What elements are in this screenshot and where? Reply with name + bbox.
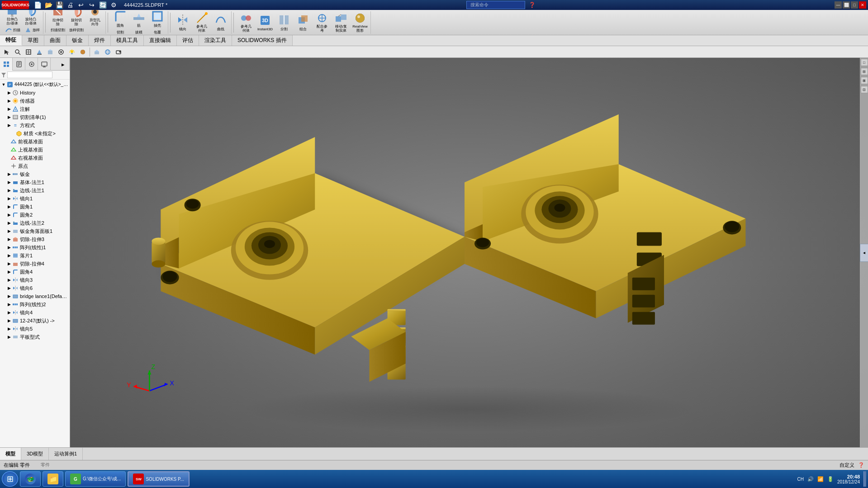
assembly-ref-btn[interactable]: 配合参考 <box>313 13 331 33</box>
linear-pattern1-expand-icon[interactable]: ▶ <box>6 244 12 251</box>
curves-btn[interactable]: 曲线 <box>212 13 230 33</box>
ref-pair-btn[interactable]: 参考几何体 <box>237 13 255 33</box>
tree-item-corner-trim[interactable]: ▶ 钣金角落面板1 <box>0 227 70 235</box>
panel-tab-property[interactable] <box>13 58 25 71</box>
linear-pattern2-expand-icon[interactable]: ▶ <box>6 301 12 308</box>
tab-sketch[interactable]: 草图 <box>22 35 44 46</box>
minimize-btn[interactable]: — <box>835 1 842 9</box>
fillet4-expand-icon[interactable]: ▶ <box>6 269 12 275</box>
wrap-btn[interactable]: 包覆 <box>152 29 163 35</box>
annotations-expand-icon[interactable]: ▶ <box>6 106 12 112</box>
mirror1-expand-icon[interactable]: ▶ <box>6 195 12 202</box>
volume-icon[interactable]: 🔊 <box>807 476 814 482</box>
tab-render[interactable]: 渲染工具 <box>199 35 232 46</box>
view-horiz-btn[interactable]: ⊟ <box>861 68 868 75</box>
cut-extrude4-expand-icon[interactable]: ▶ <box>6 261 12 267</box>
tree-item-cutlist[interactable]: ▶ 切割清单(1) <box>0 113 70 121</box>
tree-search-input[interactable] <box>7 71 52 78</box>
louver1-expand-icon[interactable]: ▶ <box>6 252 12 259</box>
tree-item-cut-extrude4[interactable]: ▶ 切除-拉伸4 <box>0 260 70 268</box>
revolve-cut-btn[interactable]: 旋转切除 <box>67 10 85 26</box>
tree-item-bridge-lance[interactable]: ▶ bridge lance1(Default) -> <box>0 292 70 300</box>
combine-btn[interactable]: 组合 <box>294 13 312 33</box>
boss-extrude-btn[interactable]: 拉 拉伸凸台/基体 <box>3 10 21 25</box>
expand-right-panel-btn[interactable]: ◂ <box>860 244 868 262</box>
tree-item-right-plane[interactable]: 右视基准面 <box>0 154 70 162</box>
realview-btn[interactable]: RealView图形 <box>351 13 369 33</box>
options-btn[interactable]: ⚙ <box>109 0 119 10</box>
shell-btn[interactable]: 抽壳 <box>148 10 166 29</box>
tree-item-mirror1[interactable]: ▶ 镜向1 <box>0 194 70 203</box>
chamfer-btn[interactable]: 切割 <box>115 29 126 35</box>
lighting-btn[interactable] <box>67 47 77 57</box>
draft-btn[interactable]: 拔模 <box>133 29 144 35</box>
3d-viewport[interactable]: X Y Z □ ⊟ ⊞ ⊡ ◂ <box>70 58 868 447</box>
sheetmetal-expand-icon[interactable]: ▶ <box>6 171 12 177</box>
tree-item-cut-extrude3[interactable]: ▶ 切除-拉伸3 <box>0 235 70 243</box>
bottom-tab-3d[interactable]: 3D模型 <box>21 448 49 460</box>
status-help-icon[interactable]: ❓ <box>858 462 864 468</box>
equations-expand-icon[interactable]: ▶ <box>6 122 12 128</box>
tree-item-mirror5[interactable]: ▶ 镜向5 <box>0 325 70 333</box>
corner-trim-expand-icon[interactable]: ▶ <box>6 228 12 234</box>
revolve-boss-btn[interactable]: 旋转凸台/基体 <box>22 10 40 25</box>
bridge-lance-expand-icon[interactable]: ▶ <box>6 293 12 299</box>
sensors-expand-icon[interactable]: ▶ <box>6 98 12 104</box>
view-full-btn[interactable]: □ <box>861 59 868 66</box>
tab-plugins[interactable]: SOLIDWORKS 插件 <box>232 35 293 46</box>
tree-item-fillet2[interactable]: ▶ 圆角2 <box>0 211 70 219</box>
tab-sheetmetal[interactable]: 钣金 <box>66 35 89 46</box>
tree-item-material[interactable]: 材质 <未指定> <box>0 129 70 137</box>
panel-tab-feature-tree[interactable] <box>0 58 13 71</box>
display-style-btn[interactable] <box>45 47 55 57</box>
rebuild-btn[interactable]: 🔄 <box>98 0 108 10</box>
cutlist-expand-icon[interactable]: ▶ <box>6 114 12 120</box>
tab-evaluate[interactable]: 评估 <box>177 35 199 46</box>
section-view-btn[interactable] <box>34 47 44 57</box>
cam-btn[interactable] <box>114 47 123 57</box>
taskbar-app1[interactable]: 🐲 <box>20 471 41 487</box>
hide-show-btn[interactable] <box>56 47 66 57</box>
mirror5-expand-icon[interactable]: ▶ <box>6 326 12 332</box>
open-btn[interactable]: 📂 <box>43 0 53 10</box>
undo-btn[interactable]: ↩ <box>76 0 86 10</box>
maximize-btn[interactable]: □ <box>851 1 858 9</box>
sweep-boss-btn[interactable]: 扫描 <box>3 25 22 34</box>
save-btn[interactable]: 💾 <box>54 0 64 10</box>
search-box[interactable]: 搜索命令 <box>466 1 525 9</box>
bottom-tab-model[interactable]: 模型 <box>0 448 21 460</box>
root-expand-icon[interactable]: ▼ <box>1 81 6 88</box>
start-button[interactable]: ⊞ <box>2 471 18 487</box>
mirror4-expand-icon[interactable]: ▶ <box>6 309 12 316</box>
print-btn[interactable]: 🖨 <box>65 0 75 10</box>
tree-item-fillet4[interactable]: ▶ 圆角4 <box>0 268 70 276</box>
cut-extrude3-expand-icon[interactable]: ▶ <box>6 236 12 242</box>
new-btn[interactable]: 📄 <box>33 0 43 10</box>
tree-item-sensors[interactable]: ▶ 传感器 <box>0 97 70 105</box>
env-btn[interactable] <box>103 47 113 57</box>
tree-item-front-plane[interactable]: 前视基准面 <box>0 137 70 146</box>
help-btn[interactable]: ❓ <box>529 2 536 8</box>
panel-tab-config[interactable] <box>25 58 38 71</box>
edge-flange1-expand-icon[interactable]: ▶ <box>6 187 12 194</box>
tree-item-base-flange[interactable]: ▶ 基体-法兰1 <box>0 178 70 186</box>
tab-direct-edit[interactable]: 直接编辑 <box>144 35 177 46</box>
tab-mold[interactable]: 模具工具 <box>111 35 144 46</box>
tree-item-flat-pattern[interactable]: ▶ 平板型式 <box>0 333 70 341</box>
close-btn[interactable]: ✕ <box>859 1 866 9</box>
tree-root[interactable]: ▼ P 4444225 (默认<<默认>_显示... <box>0 81 70 89</box>
tree-item-history[interactable]: ▶ History <box>0 89 70 97</box>
tree-item-mirror4[interactable]: ▶ 镜向4 <box>0 308 70 317</box>
split-btn[interactable]: 分割 <box>275 13 293 33</box>
panel-expand-btn[interactable]: ▸ <box>57 58 70 71</box>
tree-item-fillet1[interactable]: ▶ 圆角1 <box>0 203 70 211</box>
mirror6-expand-icon[interactable]: ▶ <box>6 285 12 291</box>
zoom-fit-btn[interactable] <box>13 47 23 57</box>
instant3d-btn[interactable]: 3D Instant3D <box>256 13 274 33</box>
taskbar-grabcad[interactable]: G G:\微信公众号\成... <box>65 471 126 487</box>
tree-item-origin[interactable]: 原点 <box>0 162 70 170</box>
history-expand-icon[interactable]: ▶ <box>6 90 12 96</box>
hole-wizard-btn[interactable]: 异型孔向导 <box>86 10 104 26</box>
tree-item-louver1[interactable]: ▶ 落片1 <box>0 251 70 260</box>
tree-item-edge-flange2[interactable]: ▶ 边线-法兰2 <box>0 219 70 227</box>
